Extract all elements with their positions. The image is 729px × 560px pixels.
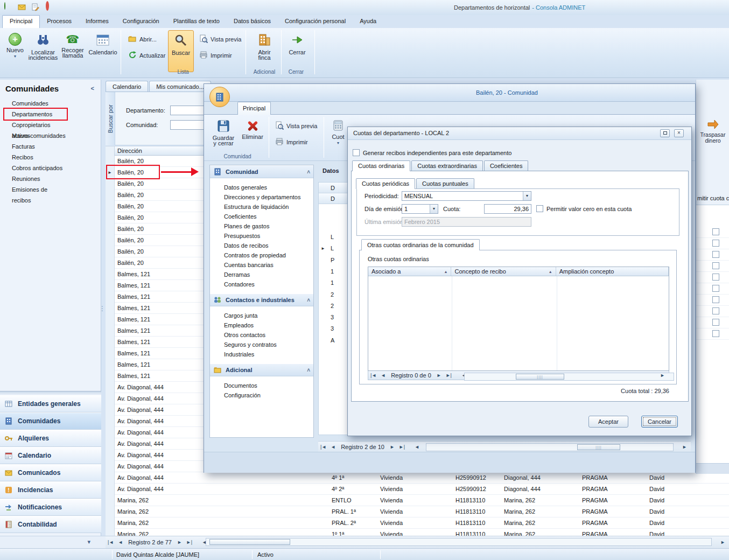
menu-tab-principal[interactable]: Principal xyxy=(2,15,40,28)
mail-icon[interactable] xyxy=(17,3,27,12)
sidebar-item-macro-comunidades[interactable]: Macro-comunidades xyxy=(4,130,67,141)
table-row[interactable]: Marina, 262PRAL. 1ªViviendaH11813110Mari… xyxy=(106,506,729,517)
menu-tab-datos-basicos[interactable]: Datos básicos xyxy=(227,15,278,28)
nav-link-contadores[interactable]: Contadores xyxy=(210,279,313,289)
row-checkbox[interactable] xyxy=(712,296,719,303)
chevron-down-icon[interactable]: ▾ xyxy=(87,538,90,545)
nav-link-datos-generales[interactable]: Datos generales xyxy=(210,183,313,192)
sidebar-item-cobros-anticipados[interactable]: Cobros anticipados xyxy=(4,163,67,173)
scrollbar-thumb[interactable] xyxy=(209,539,290,545)
nav-link-configuracion[interactable]: Configuración xyxy=(210,390,313,400)
sidebar-item-comunidades[interactable]: Comunidades xyxy=(4,98,67,109)
column-header-asociado-a[interactable]: Asociado a▲ xyxy=(368,267,451,276)
sidebar-nav-entidades-generales[interactable]: Entidades generales xyxy=(0,395,101,412)
menu-tab-procesos[interactable]: Procesos xyxy=(40,15,79,28)
nav-section-contactos-e-industriales[interactable]: Contactos e industriales˄ xyxy=(210,293,313,306)
next-record-button[interactable]: ► xyxy=(175,540,184,545)
table-row[interactable]: Av. Diagonal, 4444º 1ªViviendaH25990912D… xyxy=(106,472,729,484)
menu-tab-configuracion[interactable]: Configuración xyxy=(116,15,166,28)
scroll-right-button[interactable]: ► xyxy=(658,373,667,378)
cancel-button[interactable]: Cancelar xyxy=(641,416,678,428)
table-row[interactable]: Marina, 262PRAL. 2ªViviendaH11813110Mari… xyxy=(106,517,729,529)
first-record-button[interactable]: |◄ xyxy=(368,373,378,378)
nav-link-cargos-junta[interactable]: Cargos junta xyxy=(210,311,313,320)
column-header-concepto-de-recibo[interactable]: Concepto de recibo▲ xyxy=(451,267,556,276)
nav-link-datos-de-recibos[interactable]: Datos de recibos xyxy=(210,241,313,250)
nav-link-contratos-de-propiedad[interactable]: Contratos de propiedad xyxy=(210,250,313,260)
nav-link-estructura-de-liquidacion[interactable]: Estructura de liquidación xyxy=(210,202,313,212)
last-record-button[interactable]: ►| xyxy=(184,540,194,545)
preview-button[interactable]: Vista previa xyxy=(197,33,243,45)
nav-link-presupuestos[interactable]: Presupuestos xyxy=(210,231,313,241)
splitter-grip[interactable]: ⋮ xyxy=(99,305,106,312)
horizontal-scrollbar[interactable]: |||| xyxy=(426,443,674,451)
notes-icon[interactable] xyxy=(31,3,40,12)
nav-link-otros-contactos[interactable]: Otros contactos xyxy=(210,330,313,340)
refresh-button[interactable]: Actualizar xyxy=(126,50,167,61)
tab-coeficientes[interactable]: Coeficientes xyxy=(484,160,529,171)
dialog-print-button[interactable]: Imprimir xyxy=(273,136,310,148)
delete-button[interactable]: Eliminar xyxy=(240,117,265,159)
last-record-button[interactable]: ►| xyxy=(397,444,407,450)
sidebar-splitter[interactable] xyxy=(0,391,101,395)
sidebar-nav-notificaciones[interactable]: Notificaciones xyxy=(0,499,101,516)
calendar-button[interactable]: Calendario xyxy=(88,30,117,72)
row-checkbox[interactable] xyxy=(712,285,719,292)
menu-tab-plantillas-de-texto[interactable]: Plantillas de texto xyxy=(166,15,227,28)
scrollbar-thumb[interactable]: |||| xyxy=(577,444,620,450)
sidebar-item-reuniones[interactable]: Reuniones xyxy=(4,173,67,184)
sidebar-item-departamentos[interactable]: Departamentos xyxy=(4,109,67,120)
row-checkbox[interactable] xyxy=(712,228,719,235)
cuotas-button[interactable]: Cuot ▼ xyxy=(327,117,349,159)
horizontal-scrollbar[interactable]: |||| xyxy=(464,373,674,381)
sidebar-item-recibos[interactable]: Recibos xyxy=(4,152,67,163)
save-and-close-button[interactable]: Guardar y cerrar xyxy=(211,117,236,159)
nav-link-coeficientes[interactable]: Coeficientes xyxy=(210,212,313,221)
chevron-up-icon[interactable]: ˄ xyxy=(307,367,310,373)
next-record-button[interactable]: ► xyxy=(434,373,444,378)
chevron-up-icon[interactable]: ˄ xyxy=(307,169,310,175)
scroll-right-button[interactable]: ► xyxy=(680,444,689,450)
zero-value-checkbox[interactable] xyxy=(536,205,543,212)
scroll-left-button[interactable]: ◄ xyxy=(412,444,422,450)
community-dialog-titlebar[interactable] xyxy=(204,84,695,102)
first-record-button[interactable]: |◄ xyxy=(318,444,328,450)
cuotas-dialog-titlebar[interactable]: Cuotas del departamento - LOCAL 2 × xyxy=(348,127,691,140)
collapse-sidebar-button[interactable]: < xyxy=(91,85,94,92)
column-header-direccion[interactable]: Dirección xyxy=(117,148,142,154)
column-header-ampliacion-concepto[interactable]: Ampliación concepto xyxy=(556,267,669,276)
accept-button[interactable]: Aceptar xyxy=(588,416,628,428)
menu-tab-configuracion-personal[interactable]: Configuración personal xyxy=(278,15,353,28)
sidebar-nav-alquileres[interactable]: Alquileres xyxy=(0,430,101,447)
view-tab-calendario[interactable]: Calendario xyxy=(106,81,148,92)
scrollbar-thumb[interactable]: |||| xyxy=(516,374,564,380)
scroll-right-button[interactable]: ► xyxy=(718,540,727,545)
sidebar-item-facturas[interactable]: Facturas xyxy=(4,141,67,152)
row-checkbox[interactable] xyxy=(712,330,719,337)
row-checkbox[interactable] xyxy=(712,251,719,258)
table-row[interactable]: Marina, 262ENTLOViviendaH11813110Marina,… xyxy=(106,495,729,506)
row-checkbox[interactable] xyxy=(712,319,719,326)
sidebar-nav-comunicados[interactable]: Comunicados xyxy=(0,464,101,481)
sidebar-item-copropietarios-activos[interactable]: Copropietarios activos xyxy=(4,120,67,130)
sidebar-nav-incidencias[interactable]: !Incidencias xyxy=(0,481,101,499)
row-checkbox[interactable] xyxy=(712,274,719,281)
sidebar-item-emisiones-de-recibos[interactable]: Emisiones de recibos xyxy=(4,184,67,195)
row-checkbox[interactable] xyxy=(712,307,719,314)
menu-tab-ayuda[interactable]: Ayuda xyxy=(353,15,383,28)
table-row[interactable]: Marina, 2621º 1ªViviendaH11813110Marina,… xyxy=(106,529,729,536)
nav-link-documentos[interactable]: Documentos xyxy=(210,381,313,390)
transfer-money-button[interactable]: Traspasar dinero xyxy=(697,116,728,148)
prev-record-button[interactable]: ◄ xyxy=(116,540,125,545)
sidebar-nav-comunidades[interactable]: Comunidades xyxy=(0,412,101,430)
first-record-button[interactable]: |◄ xyxy=(106,540,116,545)
last-record-button[interactable]: ►| xyxy=(444,373,454,378)
close-button[interactable]: Cerrar xyxy=(284,30,310,72)
tab-cuotas-extraordinarias[interactable]: Cuotas extraordinarias xyxy=(411,160,483,171)
locate-incidents-button[interactable]: Localizar incidencias xyxy=(29,30,57,72)
nav-link-derramas[interactable]: Derramas xyxy=(210,270,313,279)
tab-cuotas-puntuales[interactable]: Cuotas puntuales xyxy=(416,178,474,188)
new-button[interactable]: + Nuevo ▼ xyxy=(3,30,27,72)
table-row[interactable]: Av. Diagonal, 4444º 2ªViviendaH25990912D… xyxy=(106,484,729,495)
app-logo-icon[interactable] xyxy=(4,3,14,12)
